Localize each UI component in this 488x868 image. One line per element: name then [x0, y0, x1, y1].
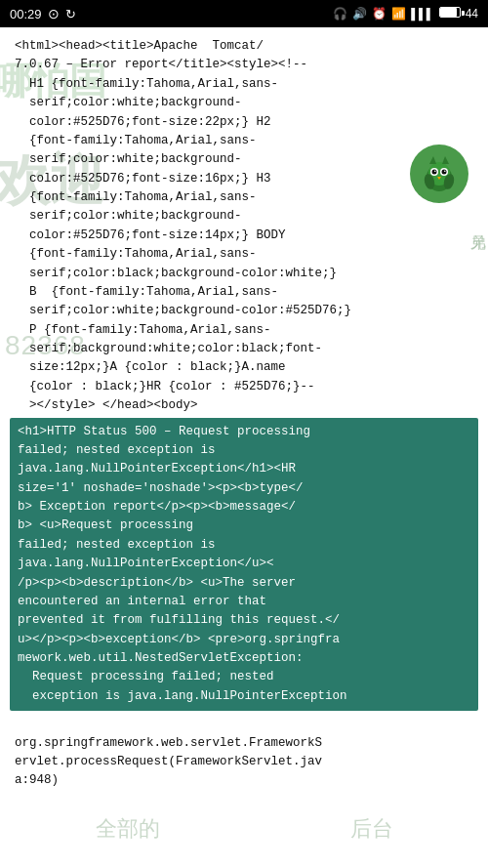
wifi-icon: 📶 — [391, 7, 406, 21]
http-status-text: <h1>HTTP Status 500 – Request processing… — [18, 425, 347, 703]
status-bar: 00:29 ⊙ ↻ 🎧 🔊 ⏰ 📶 ▌▌▌ 44 — [0, 0, 488, 27]
battery-display — [439, 7, 461, 21]
time-display: 00:29 — [10, 7, 42, 21]
error-content-area: <html><head><title>Apache Tomcat/ 7.0.67… — [0, 27, 488, 801]
http-error-highlight: <h1>HTTP Status 500 – Request processing… — [10, 418, 478, 712]
volume-icon: 🔊 — [352, 7, 367, 21]
sync-icon: ⊙ — [48, 6, 60, 21]
status-left: 00:29 ⊙ ↻ — [10, 6, 76, 21]
watermark-bottom-left: 全部的 — [96, 814, 160, 844]
alarm-icon: ⏰ — [372, 7, 386, 21]
watermark-bottom-right: 后台 — [350, 814, 393, 844]
error-code-text: <html><head><title>Apache Tomcat/ 7.0.67… — [15, 37, 473, 416]
status-right: 🎧 🔊 ⏰ 📶 ▌▌▌ 44 — [333, 7, 478, 21]
main-container: 哪怕国 欢迎 82368 兄弟 全部的 后台 — [0, 27, 488, 868]
stack-trace-text: org.springframework.web.servlet.Framewor… — [15, 715, 473, 791]
signal-icon: ▌▌▌ — [411, 8, 433, 20]
bottom-decoration: 全部的 后台 — [0, 790, 488, 868]
headphone-icon: 🎧 — [333, 7, 347, 21]
battery-percent: 44 — [466, 7, 478, 21]
refresh-icon: ↻ — [65, 7, 76, 21]
